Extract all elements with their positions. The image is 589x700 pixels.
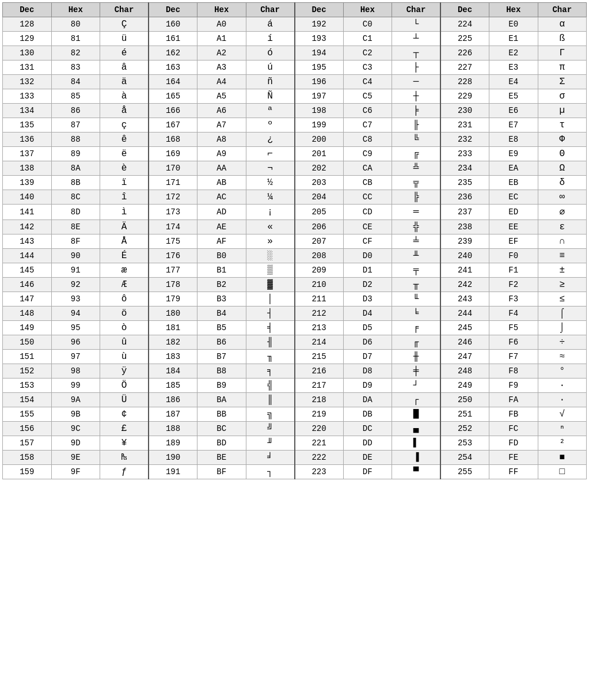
cell-dec-2-row-23: 183 (149, 350, 197, 364)
table-row: 1428EÄ174AE«206CE╬238EEε (3, 220, 587, 234)
cell-dec-1-row-15: 143 (3, 234, 52, 249)
cell-hex-4-row-6: E6 (489, 104, 538, 118)
cell-char-4-row-22: ÷ (538, 335, 587, 350)
table-row: 1418Dì173AD¡205CD═237ED∅ (3, 205, 587, 220)
cell-hex-1-row-28: 9C (51, 422, 100, 436)
cell-char-2-row-5: Ñ (246, 89, 295, 104)
table-row: 15096û182B6╢214D6╓246F6÷ (3, 335, 587, 350)
cell-dec-3-row-4: 196 (295, 75, 344, 89)
cell-hex-4-row-25: F9 (489, 379, 538, 393)
cell-dec-4-row-7: 231 (440, 118, 489, 133)
cell-dec-3-row-5: 197 (295, 89, 344, 104)
cell-hex-1-row-27: 9B (51, 407, 100, 422)
cell-char-4-row-10: Ω (538, 161, 587, 176)
cell-hex-1-row-31: 9F (51, 465, 100, 479)
cell-hex-1-row-1: 81 (51, 32, 100, 46)
cell-hex-2-row-21: B5 (197, 321, 246, 335)
cell-char-1-row-29: ¥ (100, 436, 149, 451)
cell-hex-3-row-9: C9 (343, 147, 392, 161)
cell-dec-1-row-21: 149 (3, 321, 52, 335)
cell-dec-1-row-9: 137 (3, 147, 52, 161)
cell-hex-4-row-31: FF (489, 465, 538, 479)
table-row: 1438FÅ175AF»207CF╧239EF∩ (3, 234, 587, 249)
cell-dec-4-row-17: 241 (440, 263, 489, 278)
cell-dec-3-row-23: 215 (295, 350, 344, 364)
cell-hex-1-row-14: 8E (51, 220, 100, 234)
cell-dec-3-row-15: 207 (295, 234, 344, 249)
cell-char-4-row-2: Γ (538, 46, 587, 60)
cell-char-2-row-9: ⌐ (246, 147, 295, 161)
cell-char-4-row-13: ∅ (538, 205, 587, 220)
cell-char-1-row-7: ç (100, 118, 149, 133)
cell-dec-4-row-8: 232 (440, 133, 489, 147)
cell-dec-1-row-1: 129 (3, 32, 52, 46)
cell-dec-2-row-3: 163 (149, 60, 197, 75)
cell-char-1-row-13: ì (100, 205, 149, 220)
cell-hex-4-row-21: F5 (489, 321, 538, 335)
cell-hex-3-row-27: DB (343, 407, 392, 422)
table-row: 13587ç167A7º199C7╟231E7τ (3, 118, 587, 133)
cell-dec-1-row-10: 138 (3, 161, 52, 176)
cell-dec-1-row-16: 144 (3, 249, 52, 263)
table-row: 1579D¥189BD╜221DD▌253FD² (3, 436, 587, 451)
col-char-2: Char (246, 3, 295, 17)
cell-hex-3-row-25: D9 (343, 379, 392, 393)
cell-dec-3-row-0: 192 (295, 17, 344, 32)
cell-hex-2-row-10: AA (197, 161, 246, 176)
col-dec-4: Dec (440, 3, 489, 17)
cell-hex-1-row-23: 97 (51, 350, 100, 364)
cell-dec-4-row-14: 238 (440, 220, 489, 234)
cell-hex-2-row-4: A4 (197, 75, 246, 89)
cell-char-3-row-2: ┬ (392, 46, 441, 60)
cell-hex-4-row-19: F3 (489, 292, 538, 307)
cell-hex-1-row-30: 9E (51, 451, 100, 465)
col-char-3: Char (392, 3, 441, 17)
cell-hex-3-row-11: CB (343, 176, 392, 190)
cell-hex-1-row-17: 91 (51, 263, 100, 278)
cell-hex-2-row-0: A0 (197, 17, 246, 32)
cell-dec-4-row-31: 255 (440, 465, 489, 479)
cell-hex-4-row-20: F4 (489, 307, 538, 321)
cell-char-1-row-25: Ö (100, 379, 149, 393)
cell-char-2-row-1: í (246, 32, 295, 46)
cell-hex-4-row-12: EC (489, 190, 538, 205)
cell-char-2-row-10: ¬ (246, 161, 295, 176)
cell-hex-4-row-14: EE (489, 220, 538, 234)
table-row: 15197ù183B7╖215D7╫247F7≈ (3, 350, 587, 364)
table-row: 1398Bï171AB½203CB╦235EBδ (3, 176, 587, 190)
cell-char-3-row-24: ╪ (392, 364, 441, 379)
cell-dec-2-row-13: 173 (149, 205, 197, 220)
cell-char-2-row-16: ░ (246, 249, 295, 263)
cell-char-3-row-7: ╟ (392, 118, 441, 133)
cell-char-3-row-3: ├ (392, 60, 441, 75)
cell-char-1-row-28: £ (100, 422, 149, 436)
cell-char-4-row-14: ε (538, 220, 587, 234)
cell-char-4-row-24: ° (538, 364, 587, 379)
cell-dec-1-row-8: 136 (3, 133, 52, 147)
cell-dec-2-row-15: 175 (149, 234, 197, 249)
ascii-table: Dec Hex Char Dec Hex Char Dec Hex Char D… (2, 2, 587, 479)
cell-dec-4-row-6: 230 (440, 104, 489, 118)
cell-hex-3-row-20: D4 (343, 307, 392, 321)
cell-char-1-row-23: ù (100, 350, 149, 364)
cell-dec-1-row-4: 132 (3, 75, 52, 89)
cell-hex-3-row-23: D7 (343, 350, 392, 364)
cell-dec-1-row-18: 146 (3, 278, 52, 292)
cell-dec-4-row-3: 227 (440, 60, 489, 75)
cell-hex-1-row-0: 80 (51, 17, 100, 32)
cell-char-1-row-31: ƒ (100, 465, 149, 479)
cell-hex-2-row-13: AD (197, 205, 246, 220)
page: Dec Hex Char Dec Hex Char Dec Hex Char D… (0, 0, 589, 700)
cell-hex-1-row-3: 83 (51, 60, 100, 75)
cell-hex-4-row-1: E1 (489, 32, 538, 46)
cell-hex-3-row-13: CD (343, 205, 392, 220)
cell-hex-4-row-9: E9 (489, 147, 538, 161)
cell-dec-3-row-31: 223 (295, 465, 344, 479)
cell-dec-4-row-30: 254 (440, 451, 489, 465)
cell-hex-4-row-28: FC (489, 422, 538, 436)
cell-dec-3-row-3: 195 (295, 60, 344, 75)
cell-dec-4-row-15: 239 (440, 234, 489, 249)
col-dec-2: Dec (149, 3, 197, 17)
cell-char-2-row-18: ▓ (246, 278, 295, 292)
cell-char-4-row-27: √ (538, 407, 587, 422)
